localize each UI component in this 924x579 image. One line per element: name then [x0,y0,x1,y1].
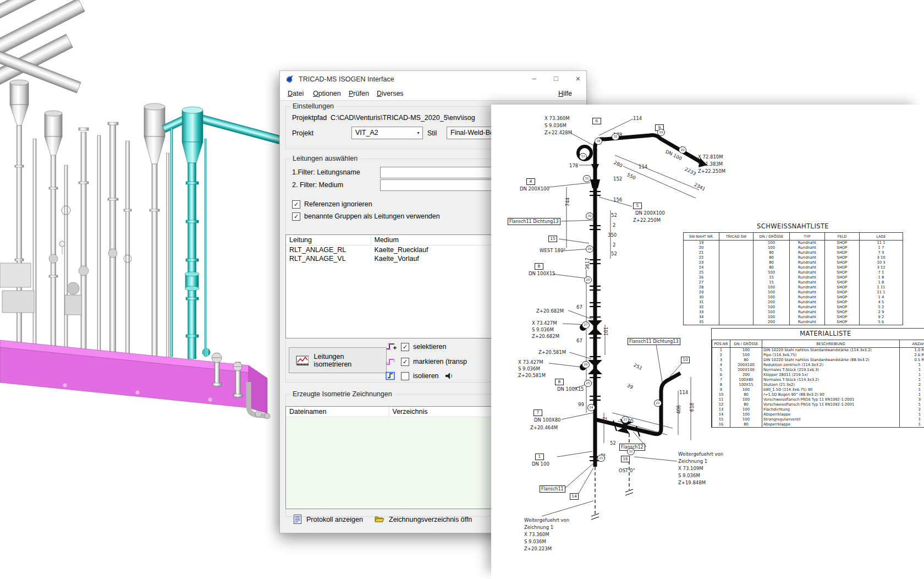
table-cell [719,275,754,280]
drawing-dimension-label: DN 100X15 [557,386,584,392]
gruppen-checkbox[interactable]: ✓ [292,212,300,221]
table-cell: Rundnaht [790,270,825,275]
drawing-dimension-label: Z+22.250M [698,168,725,174]
material-table-title: MATERIALLISTE [712,330,924,337]
menu-diverses[interactable]: Diverses [372,88,408,100]
isolieren-checkbox[interactable] [401,372,409,380]
minimize-button[interactable]: – [524,71,544,88]
drawing-dimension-label: 67 [576,338,582,343]
table-row: 1100DIN 10220 Stahl nahtlos Standardwand… [712,348,924,353]
material-list-table: MATERIALLISTE POS-NRDN / GRÖSSEBESCHREIB… [711,328,924,428]
filter1-input[interactable] [380,167,501,178]
position-number-box: 8 [555,379,564,385]
position-number-box: 7 [534,409,542,416]
table-cell: 13 [712,407,730,412]
menubar: Datei Optionen Prüfen Diverses Hilfe [280,88,586,101]
table-cell [719,305,754,310]
table-cell: Rundnaht [790,305,825,310]
list-header-row: DateinamenVerzeichnis [286,407,493,417]
weld-number-marker: 26 [582,361,590,368]
drawing-dimension-label: Z+19.848M [678,480,706,485]
column-header: BESCHREIBUNG [762,340,900,348]
table-cell: Rundnaht [790,320,825,325]
isolieren-icon [386,372,397,381]
settings-legend: Einstellungen [290,102,336,110]
table-cell: 1 [900,417,924,422]
drawing-dimension-label: 52 [611,251,617,256]
menu-datei[interactable]: Datei [283,88,308,100]
drawing-dimension-label: X 73.360M [544,116,570,121]
leitungen-list[interactable]: LeitungMedium RLT_ANLAGE_RLKaelte_Rueckl… [285,234,493,338]
drawing-dimension-label: Z+20.682M [532,334,559,339]
position-number-box: 10 [681,357,690,363]
table-cell [719,270,754,275]
table-row: 30100RundnahtSHOP1 4 [684,295,903,300]
weld-number-marker: 30 [586,212,593,220]
table-cell: 2 9 [860,310,903,315]
drawing-dimension-label: X 73.109M [678,466,703,471]
table-cell: 80 [730,392,762,397]
verzeichnis-button[interactable]: Zeichnungsverzeichnis öffn [389,516,499,523]
maximize-button[interactable]: □ [546,71,566,88]
table-cell: 100 [730,348,762,353]
table-cell: 4 5 [860,300,903,305]
drawing-dimension-label: 32 [602,417,608,423]
position-number-box: 16 [621,456,630,462]
column-header: DN / GRÖSSE [754,233,790,241]
table-cell: 100X15 [730,383,762,387]
drawing-dimension-label: Weitergefuehrt von [678,451,723,457]
drawing-dimension-label: 550 [626,172,636,181]
filter2-label: 2. Filter: Medium [292,181,343,189]
weld-number-marker: 23 [622,416,629,423]
table-cell: 100 [754,245,790,250]
isometrieren-button[interactable]: Leitungen isometrieren [289,347,387,373]
speaker-icon[interactable] [445,372,454,380]
position-number-box: 6 [592,118,601,124]
filter2-input[interactable] [380,179,501,191]
material-table-header: POS-NRDN / GRÖSSEBESCHREIBUNGANZAHL [712,340,924,348]
table-cell: 1 8 [860,275,903,280]
table-row[interactable]: RLT_ANLAGE_VLKaelte_Vorlauf [286,254,493,263]
table-cell: 100 [754,310,790,315]
menu-hilfe[interactable]: Hilfe [554,88,576,100]
table-cell: 1 [900,363,924,368]
table-cell: 100 [730,387,762,392]
column-header: LAGE [860,233,903,241]
table-cell: RLT_ANLAGE_RL [286,245,371,255]
table-cell: 12 [712,402,730,407]
desktop: TRICAD-MS ISOGEN Interface – □ × Datei O… [0,0,924,579]
list-header-row: LeitungMedium [286,235,493,245]
referenzen-checkbox[interactable]: ✓ [292,200,300,209]
table-cell: 100 [730,353,762,358]
dialog-titlebar[interactable]: TRICAD-MS ISOGEN Interface – □ × [280,71,586,88]
menu-optionen[interactable]: Optionen [309,88,345,100]
drawing-dimension-label: Z+20.464M [530,425,558,430]
table-cell: 2 [900,383,924,387]
protokoll-button[interactable]: Protokoll anzeigen [306,516,363,523]
table-cell: 11 [712,397,730,402]
position-number-box: 1 [535,454,544,460]
table-cell: Rundnaht [790,315,825,320]
flange-reference-label: Flansch11 Dichtung13 [628,338,680,345]
weld-number-marker: 32 [627,448,635,455]
table-cell: Rundnaht [790,290,825,295]
table-cell: Rundnaht [790,280,825,285]
weld-number-marker: 28 [584,276,592,283]
markieren-checkbox[interactable]: ✓ [401,358,409,366]
table-row: 4200X100Reduktion zentrisch (114.3x3.2)1 [712,363,924,368]
drawings-list[interactable]: DateinamenVerzeichnis [285,406,493,509]
table-cell: Rundnaht [790,265,825,270]
table-row: 28100RundnahtSHOP1 11 [684,285,903,290]
close-button[interactable]: × [568,71,588,88]
selektieren-checkbox[interactable]: ✓ [401,343,409,351]
weld-number-marker: 25 [584,380,592,387]
table-cell [719,255,754,260]
menu-pruefen[interactable]: Prüfen [344,88,373,100]
table-cell: 1 4 [860,295,903,300]
isometric-drawing-panel[interactable]: X 73.360MS 9.036MZ+22.428M114178178DN 10… [491,105,924,579]
table-cell: 23 [684,260,719,265]
table-row[interactable]: RLT_ANLAGE_RLKaelte_Ruecklauf [286,245,493,255]
drawing-dimension-label: S 9.036M [678,473,700,478]
drawing-dimension-label: 744 [565,198,570,206]
projekt-select[interactable]: VIT_A2 ▼ [351,127,423,139]
